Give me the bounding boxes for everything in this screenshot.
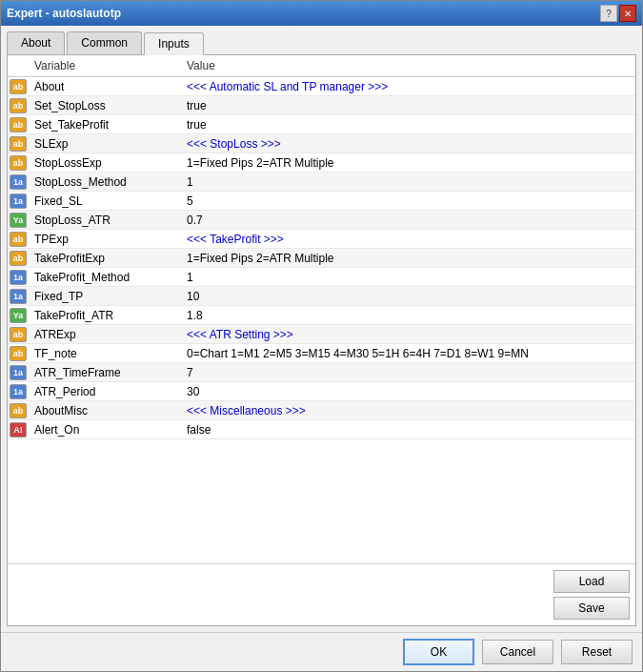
row-variable: Fixed_TP [29,287,181,306]
table-row: ab TPExp <<< TakeProfit >>> [8,230,635,249]
tab-common[interactable]: Common [67,31,142,54]
row-icon-cell: 1a [8,287,29,306]
table-row: 1a Fixed_TP 10 [8,287,635,306]
row-value[interactable]: 0=Chart 1=M1 2=M5 3=M15 4=M30 5=1H 6=4H … [181,344,635,363]
help-button[interactable]: ? [600,5,617,22]
row-variable: StopLoss_ATR [29,211,181,230]
row-icon-cell: 1a [8,192,29,211]
row-variable: StopLossExp [29,153,181,173]
table-row: ab SLExp <<< StopLoss >>> [8,134,635,153]
table-row: ab TF_note 0=Chart 1=M1 2=M5 3=M15 4=M30… [8,344,635,363]
row-value[interactable]: 1 [181,268,635,287]
table-row: 1a Fixed_SL 5 [8,192,635,211]
row-icon-cell: ab [8,77,29,96]
col-value-header: Value [181,55,635,77]
row-value[interactable]: 7 [181,363,635,382]
row-value[interactable]: 5 [181,192,635,211]
table-row: 1a TakeProfit_Method 1 [8,268,635,287]
row-variable: Alert_On [29,420,181,439]
row-value[interactable]: true [181,115,635,134]
tab-bar: AboutCommonInputs [7,31,636,54]
table-row: ab AboutMisc <<< Miscellaneous >>> [8,401,635,420]
row-variable: TakeProfit_Method [29,268,181,287]
table-row: ab StopLossExp 1=Fixed Pips 2=ATR Multip… [8,153,635,173]
reset-button[interactable]: Reset [561,640,633,664]
row-icon-cell: ab [8,249,29,268]
row-value[interactable]: <<< Automatic SL and TP manager >>> [181,77,635,96]
var-type-icon: Ya [10,213,27,228]
row-icon-cell: ab [8,401,29,420]
content-area: AboutCommonInputs Variable Value ab Ab [1,26,642,632]
table-row: Ya TakeProfit_ATR 1.8 [8,306,635,325]
row-value[interactable]: <<< StopLoss >>> [181,134,635,153]
row-value[interactable]: <<< ATR Setting >>> [181,325,635,344]
table-row: 1a StopLoss_Method 1 [8,173,635,192]
close-button[interactable]: ✕ [619,5,636,22]
col-icon-header [8,55,29,77]
col-variable-header: Variable [29,55,181,77]
row-variable: AboutMisc [29,401,181,420]
row-icon-cell: ab [8,153,29,173]
load-save-panel: Load Save [8,564,635,625]
var-type-icon: ab [10,251,27,266]
row-icon-cell: ab [8,134,29,153]
row-variable: Set_TakeProfit [29,115,181,134]
var-type-icon: ab [10,327,27,342]
row-variable: Fixed_SL [29,192,181,211]
inputs-table-container: Variable Value ab About <<< Automatic SL… [8,55,635,564]
table-row: A! Alert_On false [8,420,635,439]
footer: OK Cancel Reset [1,632,642,671]
row-variable: ATRExp [29,325,181,344]
row-icon-cell: 1a [8,173,29,192]
title-bar-controls: ? ✕ [600,5,636,22]
row-icon-cell: 1a [8,382,29,401]
var-type-icon: 1a [10,174,27,190]
row-value[interactable]: 0.7 [181,211,635,230]
row-icon-cell: ab [8,344,29,363]
row-value[interactable]: 1=Fixed Pips 2=ATR Multiple [181,249,635,268]
ok-button[interactable]: OK [403,639,474,665]
row-icon-cell: ab [8,325,29,344]
row-value[interactable]: 1 [181,173,635,192]
table-row: ab Set_StopLoss true [8,96,635,115]
table-row: ab Set_TakeProfit true [8,115,635,134]
row-variable: Set_StopLoss [29,96,181,115]
row-icon-cell: A! [8,420,29,439]
row-value[interactable]: 30 [181,382,635,401]
row-icon-cell: 1a [8,363,29,382]
load-button[interactable]: Load [553,570,630,593]
row-variable: ATR_TimeFrame [29,363,181,382]
row-variable: TF_note [29,344,181,363]
row-value[interactable]: <<< TakeProfit >>> [181,230,635,249]
save-button[interactable]: Save [553,597,630,620]
main-window: Expert - autoslautotp ? ✕ AboutCommonInp… [0,0,643,672]
var-type-icon: 1a [10,365,27,380]
cancel-button[interactable]: Cancel [482,640,553,664]
row-value[interactable]: <<< Miscellaneous >>> [181,401,635,420]
var-type-icon: 1a [10,270,27,285]
var-type-icon: 1a [10,193,27,209]
var-type-icon: ab [10,346,27,361]
row-icon-cell: ab [8,115,29,134]
tab-about[interactable]: About [7,31,65,54]
row-value[interactable]: true [181,96,635,115]
row-icon-cell: Ya [8,211,29,230]
row-variable: ATR_Period [29,382,181,401]
var-type-icon: 1a [10,384,27,399]
row-value[interactable]: 1=Fixed Pips 2=ATR Multiple [181,153,635,173]
var-type-icon: ab [10,136,27,152]
row-value[interactable]: false [181,420,635,439]
row-value[interactable]: 10 [181,287,635,306]
var-type-icon: A! [10,422,27,438]
row-value[interactable]: 1.8 [181,306,635,325]
window-title: Expert - autoslautotp [7,7,121,20]
row-icon-cell: ab [8,96,29,115]
tab-content: Variable Value ab About <<< Automatic SL… [7,54,636,626]
row-variable: About [29,77,181,96]
row-variable: StopLoss_Method [29,173,181,192]
row-variable: SLExp [29,134,181,153]
var-type-icon: ab [10,155,27,171]
tab-inputs[interactable]: Inputs [144,32,204,55]
table-row: ab About <<< Automatic SL and TP manager… [8,77,635,96]
table-row: 1a ATR_TimeFrame 7 [8,363,635,382]
